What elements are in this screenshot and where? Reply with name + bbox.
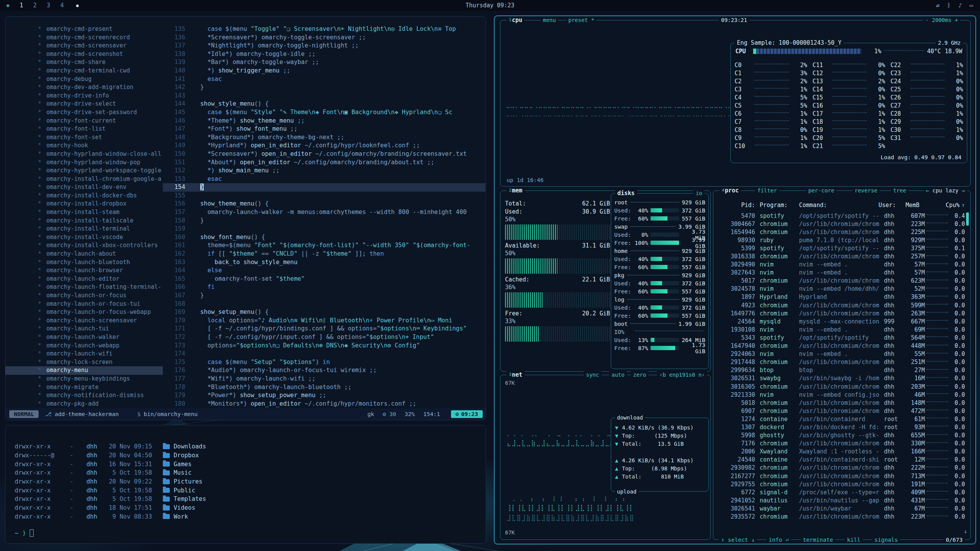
info-button[interactable]: info ⏎: [766, 536, 791, 544]
process-row[interactable]: 2006XwaylandXwayland :1 -rootless -dhh16…: [717, 448, 965, 456]
process-row[interactable]: 1647940chromium/usr/lib/chromium/chromdh…: [717, 342, 965, 350]
code-line[interactable]: 154}: [163, 183, 485, 192]
code-line[interactable]: 151 *About*) open_in_editor ~/.config/om…: [163, 158, 485, 167]
refresh-interval-control[interactable]: - 2000ms +: [923, 16, 960, 24]
process-row[interactable]: 5018chromium/usr/lib/chromium/chromdhh14…: [717, 399, 965, 407]
code-line[interactable]: 142}: [163, 83, 485, 92]
code-line[interactable]: 161 theme=$(menu "Font" "$(omarchy-font-…: [163, 241, 485, 250]
code-line[interactable]: 157 omarchy-launch-walker -m menus:omarc…: [163, 208, 485, 217]
code-line[interactable]: 147 *Font*) show_font_menu ;;: [163, 125, 485, 133]
file-row[interactable]: drwxr-xr-x-dhh18 Nov 17:51Videos: [15, 504, 206, 512]
file-row[interactable]: drwxr-xr-x-dhh9 Nov 08:33Work: [15, 512, 206, 521]
sidebar-file-item[interactable]: *omarchy-hyprland-window-pop: [5, 158, 163, 167]
process-row[interactable]: 2917448chromium/usr/lib/chromium/chromdh…: [717, 358, 965, 366]
process-row[interactable]: 2999634btopbtopdhh27M0.0: [717, 366, 965, 374]
code-line[interactable]: 176 *Audio*) omarchy-launch-or-focus-tui…: [163, 366, 485, 375]
process-row[interactable]: 3016305chromium/usr/lib/chromium/chromdh…: [717, 382, 965, 391]
sidebar-file-item[interactable]: *omarchy-launch-editor: [5, 275, 163, 283]
process-row[interactable]: 2930982chromium/usr/lib/chromium/chromdh…: [717, 464, 965, 472]
terminal-window[interactable]: drwxr-xr-x-dhh20 Nov 09:15Downloadsdrwx-…: [5, 425, 486, 544]
net-auto-tab[interactable]: auto: [609, 371, 627, 379]
code-line[interactable]: 148 *Background*) omarchy-theme-bg-next …: [163, 133, 485, 142]
sidebar-file-item[interactable]: *omarchy-migrate: [5, 383, 163, 392]
clock[interactable]: Thursday 09:23: [466, 2, 514, 9]
code-line[interactable]: 172 [ -f ~/.config/hypr/input.conf ] && …: [163, 333, 485, 342]
process-row[interactable]: 4923chromium/usr/lib/chromium/chromdhh59…: [717, 301, 965, 309]
sidebar-file-item[interactable]: *omarchy-lock-screen: [5, 358, 163, 367]
signals-button[interactable]: signals: [872, 536, 900, 544]
code-line[interactable]: 139 *Bar*) omarchy-toggle-waybar ;;: [163, 58, 485, 67]
sidebar-file-item[interactable]: *omarchy-launch-about: [5, 250, 163, 258]
net-sync-tab[interactable]: sync: [584, 371, 602, 379]
process-row[interactable]: 1654946chromium/usr/lib/chromium/chromdh…: [717, 228, 965, 236]
select-button[interactable]: ↑ select ↓: [719, 536, 757, 544]
code-line[interactable]: 138 *Idle*) omarchy-toggle-idle ;;: [163, 50, 485, 59]
code-line[interactable]: 159: [163, 225, 485, 233]
btop-preset-tab[interactable]: preset *: [566, 16, 596, 24]
process-row[interactable]: 2167277chromium/usr/lib/chromium/chromdh…: [717, 472, 965, 480]
workspace-4[interactable]: 4: [60, 2, 64, 9]
code-line[interactable]: 175 case $(menu "Setup" "$options") in: [163, 358, 485, 367]
proc-box-title[interactable]: 4proc: [720, 187, 741, 194]
workspace-3[interactable]: 3: [47, 2, 50, 9]
process-row[interactable]: 3004667chromium/usr/lib/chromium/chromdh…: [717, 220, 965, 228]
network-arrows-icon[interactable]: ⇄: [936, 2, 939, 9]
disks-io-tab[interactable]: io: [693, 189, 705, 197]
sidebar-file-item[interactable]: *omarchy-hyprland-workspace-toggle: [5, 167, 163, 175]
sidebar-file-item[interactable]: *omarchy-hyprland-window-close-all: [5, 150, 163, 158]
process-row[interactable]: 2935572chromium/usr/lib/chromium/chromdh…: [717, 512, 965, 521]
code-line[interactable]: 173 options="$options\n❏ Defaults\n⊕ DNS…: [163, 342, 485, 350]
file-row[interactable]: drwxr-xr-x-dhh5 Oct 19:58Music: [15, 468, 206, 477]
process-list[interactable]: 5470spotify/opt/spotify/spotify --dhh607…: [717, 212, 965, 536]
btop-menu-tab[interactable]: menu: [541, 16, 558, 24]
code-line[interactable]: 137 *Nightlight*) omarchy-toggle-nightli…: [163, 42, 485, 50]
sidebar-file-item[interactable]: *omarchy-dev-add-migration: [5, 83, 163, 92]
sidebar-file-item[interactable]: *omarchy-install-terminal: [5, 225, 163, 233]
code-line[interactable]: 169show_setup_menu() {: [163, 308, 485, 317]
process-row[interactable]: 5998ghostty/usr/bin/ghostty --gtk-dhh655…: [717, 431, 965, 440]
code-line[interactable]: 158}: [163, 217, 485, 225]
sidebar-file-item[interactable]: *omarchy-install-xbox-controllers: [5, 241, 163, 250]
process-row[interactable]: 1649776chromium/usr/lib/chromium/chromdh…: [717, 309, 965, 317]
bluetooth-icon[interactable]: ᛒ: [947, 2, 951, 9]
sidebar-file-item[interactable]: *omarchy-install-tailscale: [5, 217, 163, 225]
workspace-1[interactable]: 1: [20, 2, 23, 9]
code-line[interactable]: 140 *) show_trigger_menu ;;: [163, 67, 485, 75]
net-zero-tab[interactable]: zero: [631, 371, 649, 379]
sidebar-file-item[interactable]: *omarchy-cmd-screensaver: [5, 42, 163, 50]
code-line[interactable]: 163 back_to show_style_menu: [163, 258, 485, 267]
sidebar-file-item[interactable]: *omarchy-launch-wifi: [5, 350, 163, 358]
sidebar-file-item[interactable]: *omarchy-menu-keybindings: [5, 375, 163, 383]
sidebar-file-item[interactable]: *omarchy-launch-or-focus: [5, 292, 163, 300]
process-row[interactable]: 24540containe/usr/bin/containerd-shiroot…: [717, 456, 965, 464]
sidebar-file-item[interactable]: *omarchy-font-set: [5, 133, 163, 142]
process-row[interactable]: 3026541waybar/usr/bin/waybardhh67M0.0: [717, 504, 965, 512]
proc-tree-tab[interactable]: tree: [891, 187, 909, 194]
code-line[interactable]: 149 *Hyprland*) open_in_editor ~/.config…: [163, 142, 485, 150]
file-row[interactable]: drwx------@-dhh20 Nov 04:50Dropbox: [15, 451, 206, 460]
sidebar-file-item[interactable]: *omarchy-font-current: [5, 117, 163, 125]
code-line[interactable]: 178 *Bluetooth*) omarchy-launch-bluetoot…: [163, 383, 485, 392]
sidebar-file-item[interactable]: *omarchy-launch-walker: [5, 333, 163, 342]
process-row[interactable]: 2921330nvimnvim --embed config.jsodhh46M…: [717, 391, 965, 399]
sidebar-file-item[interactable]: *omarchy-launch-webapp: [5, 342, 163, 350]
sidebar-file-item[interactable]: *omarchy-launch-browser: [5, 266, 163, 275]
mem-box-title[interactable]: 2mem: [507, 187, 525, 194]
sidebar-file-item[interactable]: *omarchy-drive-select: [5, 100, 163, 108]
launcher-icon[interactable]: ❖: [6, 2, 10, 9]
process-row[interactable]: 3026531swaybg/usr/bin/swaybg -i /homdhh1…: [717, 374, 965, 382]
code-line[interactable]: 155: [163, 192, 485, 200]
process-scrollbar[interactable]: [966, 212, 969, 226]
sidebar-file-item[interactable]: *omarchy-launch-floating-terminal-: [5, 283, 163, 292]
cpu-box-title[interactable]: 1cpu: [507, 16, 525, 24]
code-line[interactable]: 141 esac: [163, 75, 485, 84]
sidebar-file-item[interactable]: *omarchy-drive-info: [5, 92, 163, 100]
code-line[interactable]: 167}: [163, 292, 485, 300]
sidebar-file-item[interactable]: *omarchy-install-docker-dbs: [5, 192, 163, 200]
sidebar-file-item[interactable]: *omarchy-install-dropbox: [5, 200, 163, 208]
sidebar-file-item[interactable]: *omarchy-debug: [5, 75, 163, 84]
process-row[interactable]: 24564mysqldmysqld --max-connection999667…: [717, 317, 965, 325]
sidebar-file-item[interactable]: *omarchy-menu: [5, 366, 163, 375]
code-line[interactable]: 180 *Monitors*) open_in_editor ~/.config…: [163, 400, 485, 408]
sidebar-file-item[interactable]: *omarchy-launch-tui: [5, 325, 163, 333]
